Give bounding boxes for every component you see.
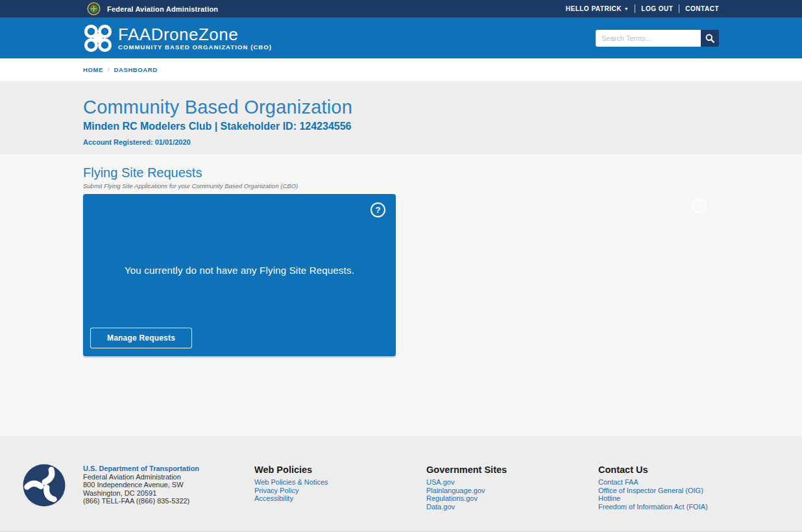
footer-web-policies-column: Web Policies Web Policies & Notices Priv… — [254, 465, 426, 511]
top-utility-bar: Federal Aviation Administration HELLO PA… — [0, 0, 802, 18]
address-city: Washington, DC 20591 — [83, 489, 254, 498]
drone-icon — [83, 23, 113, 53]
site-header: FAADroneZone COMMUNITY BASED ORGANIZATIO… — [0, 18, 802, 58]
help-icon[interactable]: ? — [371, 202, 385, 217]
section-title: Flying Site Requests — [83, 165, 719, 180]
web-policies-notices-link[interactable]: Web Policies & Notices — [254, 478, 426, 487]
organization-info: Minden RC Modelers Club | Stakeholder ID… — [83, 121, 719, 132]
usa-gov-link[interactable]: USA.gov — [426, 478, 598, 487]
breadcrumb: HOME / DASHBOARD — [0, 58, 802, 81]
web-policies-heading: Web Policies — [254, 465, 426, 475]
dronezone-logo[interactable]: FAADroneZone COMMUNITY BASED ORGANIZATIO… — [83, 23, 272, 53]
footer-address-column: U.S. Department of Transportation Federa… — [83, 465, 254, 511]
account-registered: Account Registered: 01/01/2020 — [83, 138, 719, 146]
search-input[interactable] — [596, 30, 701, 47]
contact-us-heading: Contact Us — [598, 465, 719, 475]
ghost-help-icon[interactable]: ? — [692, 199, 707, 213]
divider — [635, 5, 635, 13]
dot-logo-icon — [23, 464, 66, 507]
contact-link[interactable]: CONTACT — [685, 5, 719, 12]
search-button[interactable] — [701, 30, 719, 47]
agency-name: Federal Aviation Administration — [107, 5, 218, 13]
page-title-band: Community Based Organization Minden RC M… — [0, 81, 802, 154]
logo-title: FAADroneZone — [118, 26, 272, 43]
divider — [679, 5, 679, 13]
breadcrumb-dashboard: DASHBOARD — [114, 66, 158, 73]
footer: U.S. Department of Transportation Federa… — [0, 436, 802, 532]
chevron-down-icon: ▼ — [624, 6, 629, 11]
contact-faa-link[interactable]: Contact FAA — [598, 478, 719, 487]
dot-name: U.S. Department of Transportation — [83, 465, 254, 473]
breadcrumb-home[interactable]: HOME — [83, 66, 103, 73]
main-content: Flying Site Requests Submit Flying Site … — [0, 154, 802, 436]
empty-state-message: You currently do not have any Flying Sit… — [83, 265, 396, 276]
address-street: 800 Independence Avenue, SW — [83, 481, 254, 489]
search-icon — [705, 34, 714, 43]
government-sites-heading: Government Sites — [426, 465, 598, 475]
manage-requests-button[interactable]: Manage Requests — [90, 328, 192, 348]
oig-hotline-link[interactable]: Office of Inspector General (OIG) Hotlin… — [598, 487, 719, 503]
faa-seal-icon — [87, 2, 101, 16]
user-menu-button[interactable]: HELLO PATRICK▼ — [566, 5, 629, 12]
search-bar — [596, 30, 719, 47]
faa-name: Federal Aviation Administration — [83, 473, 254, 481]
data-gov-link[interactable]: Data.gov — [426, 503, 598, 511]
footer-government-sites-column: Government Sites USA.gov Plainlanguage.g… — [426, 465, 598, 511]
log-out-link[interactable]: LOG OUT — [641, 5, 673, 12]
breadcrumb-separator: / — [108, 66, 110, 73]
foia-link[interactable]: Freedom of Information Act (FOIA) — [598, 503, 719, 511]
accessibility-link[interactable]: Accessibility — [254, 494, 426, 503]
regulations-gov-link[interactable]: Regulations.gov — [426, 494, 598, 503]
footer-contact-us-column: Contact Us Contact FAA Office of Inspect… — [598, 465, 719, 511]
section-subtitle: Submit Flying Site Applications for your… — [83, 182, 719, 189]
plainlanguage-gov-link[interactable]: Plainlanguage.gov — [426, 487, 598, 495]
logo-subtitle: COMMUNITY BASED ORGANIZATION (CBO) — [118, 43, 272, 51]
privacy-policy-link[interactable]: Privacy Policy — [254, 487, 426, 495]
page-title: Community Based Organization — [83, 97, 719, 118]
flying-site-requests-card: ? You currently do not have any Flying S… — [83, 194, 396, 356]
phone-number: (866) TELL-FAA ((866) 835-5322) — [83, 497, 254, 505]
